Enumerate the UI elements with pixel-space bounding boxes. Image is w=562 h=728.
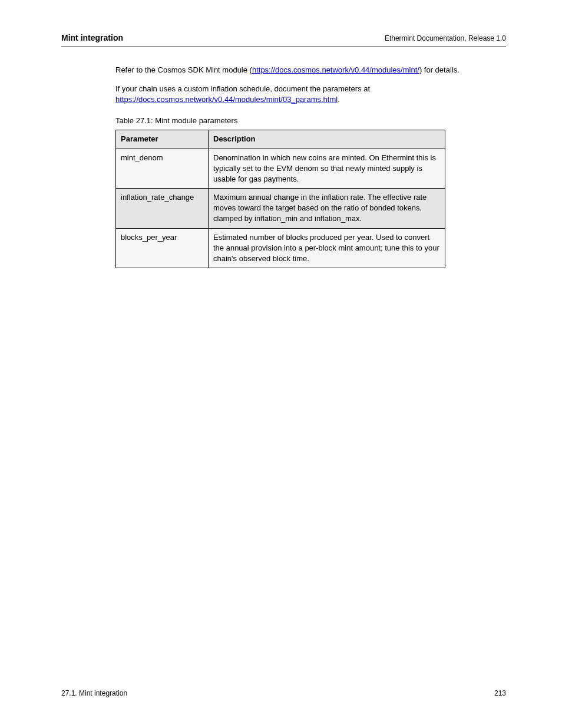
cell-desc: Denomination in which new coins are mint… <box>209 149 445 189</box>
intro-text-before: Refer to the Cosmos SDK Mint module ( <box>115 65 252 74</box>
header-section-title: Mint integration <box>61 32 123 44</box>
note-paragraph: If your chain uses a custom inflation sc… <box>115 84 500 105</box>
footer-page-number: 213 <box>494 689 506 699</box>
page-header: Mint integration Ethermint Documentation… <box>61 32 506 47</box>
intro-paragraph: Refer to the Cosmos SDK Mint module (htt… <box>115 65 500 75</box>
note-text-after: . <box>338 95 340 104</box>
cell-param: mint_denom <box>116 149 209 189</box>
cell-param: blocks_per_year <box>116 228 209 268</box>
th-parameter: Parameter <box>116 130 209 149</box>
mint-params-table: Parameter Description mint_denom Denomin… <box>115 130 445 268</box>
th-description: Description <box>209 130 445 149</box>
table-row: mint_denom Denomination in which new coi… <box>116 149 445 189</box>
intro-link[interactable]: https://docs.cosmos.network/v0.44/module… <box>252 65 419 74</box>
page-footer: 27.1. Mint integration 213 <box>61 689 506 699</box>
page: Mint integration Ethermint Documentation… <box>0 0 562 728</box>
intro-text-after: ) for details. <box>419 65 459 74</box>
table-row: inflation_rate_change Maximum annual cha… <box>116 189 445 229</box>
footer-section: 27.1. Mint integration <box>61 689 127 699</box>
cell-param: inflation_rate_change <box>116 189 209 229</box>
table-header-row: Parameter Description <box>116 130 445 149</box>
table-caption: Table 27.1: Mint module parameters <box>115 116 506 126</box>
header-doc-title: Ethermint Documentation, Release 1.0 <box>385 34 506 44</box>
cell-desc: Maximum annual change in the inflation r… <box>209 189 445 229</box>
cell-desc: Estimated number of blocks produced per … <box>209 228 445 268</box>
table-row: blocks_per_year Estimated number of bloc… <box>116 228 445 268</box>
note-text-before: If your chain uses a custom inflation sc… <box>115 84 370 93</box>
note-link[interactable]: https://docs.cosmos.network/v0.44/module… <box>115 95 338 104</box>
